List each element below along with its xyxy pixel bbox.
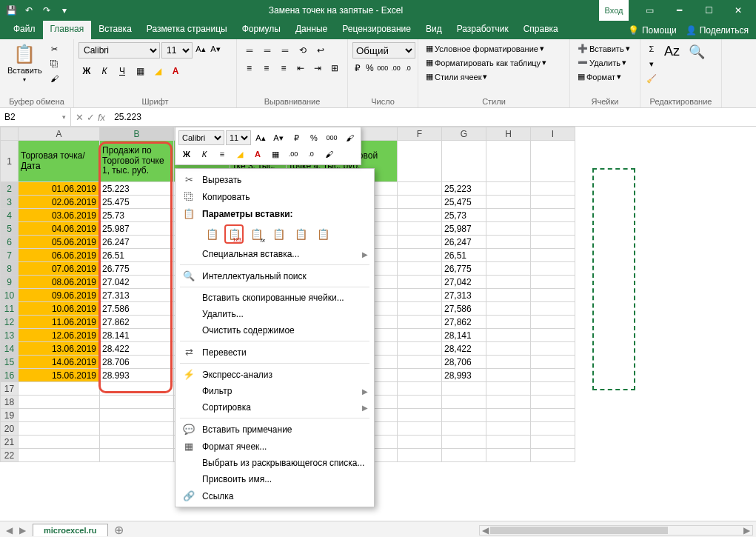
ctx-insert-copied[interactable]: Вставить скопированные ячейки... <box>175 290 374 306</box>
row-header-14[interactable]: 14 <box>1 342 19 356</box>
ctx-name-range[interactable]: Присвоить имя... <box>175 471 374 487</box>
cell[interactable] <box>442 396 486 409</box>
cell[interactable]: 25.223 <box>100 182 174 196</box>
cell[interactable]: 11.06.2019 <box>19 316 100 329</box>
row-header-4[interactable]: 4 <box>1 209 19 222</box>
cut-icon[interactable]: ✂ <box>48 42 61 56</box>
font-select[interactable]: Calibri <box>78 42 160 59</box>
cell[interactable] <box>100 449 174 462</box>
col-header-A[interactable]: A <box>19 127 100 141</box>
qa-custom-icon[interactable]: ▾ <box>56 2 73 19</box>
mini-size-select[interactable]: 11 <box>226 130 251 145</box>
cell[interactable] <box>531 141 575 182</box>
select-all-corner[interactable] <box>1 127 19 141</box>
fill-color-icon[interactable]: ◢ <box>150 63 166 79</box>
format-painter-icon[interactable]: 🖌 <box>321 147 337 161</box>
cell[interactable] <box>442 436 486 449</box>
cell[interactable]: 02.06.2019 <box>19 196 100 209</box>
cell[interactable] <box>19 449 100 462</box>
cell[interactable] <box>398 196 442 209</box>
cell[interactable] <box>100 396 174 409</box>
col-header-F[interactable]: F <box>398 127 442 141</box>
cell[interactable] <box>531 436 575 449</box>
cell[interactable] <box>486 141 531 182</box>
cell[interactable] <box>531 316 575 329</box>
row-header-15[interactable]: 15 <box>1 356 19 369</box>
cell[interactable]: 25.73 <box>100 209 174 222</box>
cell[interactable]: 26.247 <box>100 236 174 249</box>
cell[interactable] <box>486 382 531 396</box>
add-sheet-icon[interactable]: ⊕ <box>108 523 130 537</box>
cell[interactable] <box>19 382 100 396</box>
cell[interactable] <box>398 182 442 196</box>
number-format-select[interactable]: Общий <box>352 42 415 59</box>
format-painter-icon[interactable]: 🖌 <box>48 72 61 85</box>
ctx-link[interactable]: 🔗Ссылка <box>175 487 374 504</box>
align-center-icon[interactable]: ≡ <box>258 60 274 76</box>
underline-button[interactable]: Ч <box>114 63 130 79</box>
cell[interactable]: 25.475 <box>100 196 174 209</box>
row-header-6[interactable]: 6 <box>1 236 19 249</box>
thousands-icon[interactable]: 000 <box>324 130 340 145</box>
cell[interactable] <box>486 342 531 356</box>
cell[interactable]: 07.06.2019 <box>19 262 100 276</box>
cell[interactable] <box>100 422 174 436</box>
share-button[interactable]: 👤 Поделиться <box>686 25 749 36</box>
cell[interactable] <box>531 222 575 236</box>
row-header-12[interactable]: 12 <box>1 316 19 329</box>
cell[interactable] <box>398 422 442 436</box>
paste-button[interactable]: 📋 Вставить ▾ <box>4 42 45 84</box>
cell[interactable]: 28.993 <box>100 369 174 382</box>
sheet-tab[interactable]: microexcel.ru <box>33 524 108 536</box>
cell[interactable] <box>398 342 442 356</box>
cell[interactable]: 25,987 <box>442 222 486 236</box>
percent-icon[interactable]: % <box>306 130 322 145</box>
cell[interactable] <box>398 276 442 289</box>
cell[interactable] <box>398 369 442 382</box>
cell[interactable]: 26.51 <box>100 249 174 262</box>
align-bottom-icon[interactable]: ═ <box>277 42 293 59</box>
cell[interactable] <box>486 276 531 289</box>
cell[interactable]: Продажи по Торговой точке 1, тыс. руб. <box>100 141 174 182</box>
cell[interactable]: 15.06.2019 <box>19 369 100 382</box>
cell[interactable]: 25.987 <box>100 222 174 236</box>
cell[interactable]: 25,475 <box>442 196 486 209</box>
cell[interactable] <box>100 409 174 422</box>
cell[interactable] <box>398 222 442 236</box>
cell[interactable]: 25,73 <box>442 209 486 222</box>
copy-icon[interactable]: ⿻ <box>48 57 61 70</box>
tab-разработчик[interactable]: Разработчик <box>449 21 516 39</box>
find-select-button[interactable]: 🔍 <box>686 42 708 61</box>
col-header-G[interactable]: G <box>442 127 486 141</box>
cell[interactable] <box>442 382 486 396</box>
border-icon[interactable]: ▦ <box>132 63 148 79</box>
cell[interactable]: 12.06.2019 <box>19 329 100 342</box>
row-header-7[interactable]: 7 <box>1 249 19 262</box>
ctx-format-cells[interactable]: ▦Формат ячеек... <box>175 438 374 455</box>
cell[interactable]: 28,993 <box>442 369 486 382</box>
cell[interactable] <box>486 249 531 262</box>
align-top-icon[interactable]: ═ <box>241 42 258 59</box>
tab-разметка страницы[interactable]: Разметка страницы <box>139 21 235 39</box>
ctx-smart-lookup[interactable]: 🔍Интеллектуальный поиск <box>175 267 374 284</box>
align-left-icon[interactable]: ≡ <box>241 60 257 76</box>
sheet-nav-prev-icon[interactable]: ◀ <box>3 525 15 536</box>
row-header-11[interactable]: 11 <box>1 302 19 316</box>
shrink-font-icon[interactable]: A▾ <box>209 42 222 56</box>
cell[interactable] <box>398 356 442 369</box>
cell[interactable]: 27.313 <box>100 289 174 302</box>
indent-inc-icon[interactable]: ⇥ <box>310 60 326 76</box>
paste-formatting-icon[interactable]: 📋 <box>291 224 310 244</box>
cell[interactable]: 27,862 <box>442 316 486 329</box>
fx-icon[interactable]: fx <box>98 112 105 123</box>
align-middle-icon[interactable]: ═ <box>259 42 275 59</box>
cell[interactable] <box>486 209 531 222</box>
cell[interactable]: 28.141 <box>100 329 174 342</box>
row-header-3[interactable]: 3 <box>1 196 19 209</box>
cell[interactable]: 28,706 <box>442 356 486 369</box>
cell[interactable] <box>486 262 531 276</box>
border-icon[interactable]: ▦ <box>267 147 284 161</box>
cell[interactable] <box>442 409 486 422</box>
cell[interactable]: 28.706 <box>100 356 174 369</box>
cell[interactable] <box>531 382 575 396</box>
